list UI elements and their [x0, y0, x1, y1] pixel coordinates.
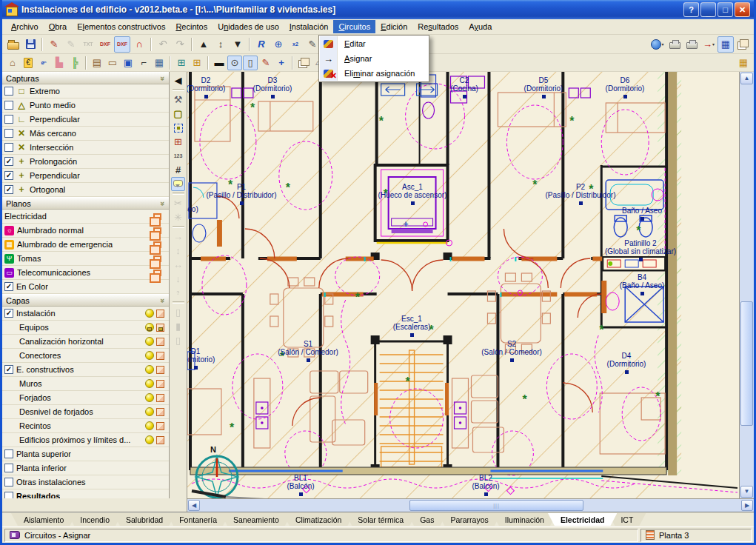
export-button[interactable]: →▾ [700, 36, 717, 53]
undo-button[interactable]: ↶ [155, 36, 171, 53]
visibility-icon[interactable] [145, 337, 154, 346]
draw-rectangle-button[interactable]: ▢ [171, 107, 185, 121]
checkbox[interactable] [4, 464, 13, 472]
planos-header[interactable]: Planos » [2, 197, 169, 210]
checkbox[interactable] [4, 129, 13, 138]
visibility-icon[interactable] [145, 393, 154, 402]
web-services-button[interactable]: ▾ [649, 36, 666, 53]
menuitem-eliminar-asignacion[interactable]: ✕Eliminar asignación [320, 66, 428, 81]
3d-icon[interactable] [156, 338, 164, 346]
capa-muros[interactable]: Muros [2, 377, 169, 391]
capa-equipos[interactable]: Equipos [2, 321, 169, 335]
en-color-row[interactable]: ✓En Color [2, 280, 169, 294]
checkbox[interactable]: ✓ [4, 157, 13, 166]
layers-icon[interactable] [153, 255, 161, 262]
tab-solar-termica[interactable]: Solar térmica [345, 513, 416, 526]
capa-edificios-proximos-y-limites-d[interactable]: Edificios próximos y límites d... [2, 433, 169, 447]
3d-icon[interactable] [156, 352, 164, 360]
capas-header[interactable]: Capas » [2, 294, 169, 307]
checkbox[interactable] [4, 115, 13, 124]
visibility-icon[interactable] [145, 407, 154, 416]
dropdown-arrow-icon[interactable]: ▾ [712, 41, 715, 47]
snap-magnet-button[interactable]: ∩ [131, 36, 147, 53]
configure-toolbars-button[interactable]: ▦ [717, 36, 734, 53]
capturas-header[interactable]: Capturas » [2, 72, 169, 84]
forjado-edge-button[interactable]: ⌐ [136, 56, 151, 70]
capa-instalacion[interactable]: ✓Instalación [2, 307, 169, 321]
capa-forjados[interactable]: Forjados [2, 391, 169, 405]
select-capture-button[interactable] [171, 121, 185, 135]
checkbox[interactable] [4, 449, 13, 458]
3d-icon[interactable] [156, 436, 164, 444]
scroll-right-button[interactable]: ▶ [741, 500, 753, 511]
menu-instalacion[interactable]: Instalación [284, 20, 334, 33]
tab-climatizacion[interactable]: Climatización [283, 513, 354, 526]
capture-ortogonal[interactable]: ✓+Ortogonal [2, 183, 169, 197]
3d-icon[interactable] [156, 366, 164, 374]
titlebar[interactable]: Instalaciones del edificio - v2012.beta.… [2, 0, 754, 19]
capture-perpendicular[interactable]: ∟Perpendicular [2, 113, 169, 127]
canvas-hscrollbar[interactable]: ◀ ||| ▶ [187, 498, 754, 512]
menu-unidades-de-uso[interactable]: Unidades de uso [213, 20, 284, 33]
capture-interseccion[interactable]: ✕Intersección [2, 141, 169, 155]
redraw-button[interactable]: R [253, 36, 270, 53]
capture-settings-button[interactable]: ▦ [736, 56, 751, 70]
vscroll-thumb[interactable] [740, 301, 753, 426]
minimize-button[interactable]: _ [700, 2, 716, 17]
checkbox[interactable]: ✓ [4, 282, 13, 291]
close-button[interactable]: ✕ [735, 2, 750, 17]
capa-planta-inferior[interactable]: Planta inferior [2, 461, 169, 475]
capture-extremo[interactable]: □Extremo [2, 84, 169, 98]
zoom-x2-button[interactable]: x2 [287, 36, 304, 53]
forjado-levels-button[interactable]: ▙ [52, 56, 67, 70]
checkbox[interactable] [4, 143, 13, 152]
tab-saneamiento[interactable]: Saneamiento [221, 513, 292, 526]
capture-mas-cercano[interactable]: ✕Más cercano [2, 127, 169, 141]
diameters-button[interactable]: øⁿ [36, 56, 51, 70]
capa-planta-superior[interactable]: Planta superior [2, 447, 169, 461]
collapse-capas-icon[interactable]: » [158, 298, 167, 302]
open-button[interactable] [5, 36, 21, 53]
costs-button[interactable]: € [21, 56, 36, 70]
mechanisms-button[interactable]: ⊙ [227, 56, 242, 70]
join-element-button[interactable]: ✳ [171, 210, 185, 224]
resources-alt-button[interactable]: ✎ [63, 36, 79, 53]
checkbox[interactable] [4, 87, 13, 96]
zoom-window-button[interactable]: ⊕ [270, 36, 287, 53]
checkbox[interactable] [4, 478, 13, 487]
tab-aislamiento[interactable]: Aislamiento [11, 513, 76, 526]
menuitem-asignar[interactable]: →Asignar [320, 51, 428, 66]
tab-electricidad[interactable]: Electricidad [548, 513, 618, 526]
copy-button[interactable] [296, 56, 311, 70]
scroll-view-2-button[interactable]: ▮ [171, 319, 185, 333]
menu-resultados[interactable]: Resultados [412, 20, 464, 33]
move-down-button[interactable]: ↓ [171, 272, 185, 286]
3d-icon[interactable] [156, 408, 164, 416]
plano-electricidad[interactable]: Electricidad [2, 210, 169, 224]
menu-ayuda[interactable]: Ayuda [464, 20, 497, 33]
redo-button[interactable]: ↷ [172, 36, 188, 53]
status-floor[interactable]: Planta 3 [640, 529, 752, 542]
checkbox[interactable]: ✓ [4, 365, 13, 374]
scroll-down-button[interactable]: ▼ [740, 486, 753, 498]
walls-button[interactable]: ▤ [90, 56, 104, 70]
collapse-capturas-icon[interactable]: » [158, 76, 167, 80]
maximize-button[interactable]: □ [717, 2, 733, 17]
layers-icon[interactable] [153, 270, 161, 276]
tab-salubridad[interactable]: Salubridad [113, 513, 175, 526]
3d-icon[interactable] [156, 394, 164, 402]
windows-button[interactable]: ▣ [121, 56, 136, 70]
visibility-icon[interactable] [145, 421, 154, 430]
help-button[interactable]: ? [683, 2, 699, 17]
furniture-button[interactable]: ▭ [105, 56, 120, 70]
3d-icon[interactable] [156, 310, 164, 318]
visibility-icon[interactable] [145, 435, 154, 444]
canvas-vscrollbar[interactable]: ▲ ▼ [739, 72, 754, 498]
visibility-icon[interactable] [145, 379, 154, 388]
tab-fontaneria[interactable]: Fontanería [167, 513, 230, 526]
visibility-icon[interactable] [145, 309, 154, 318]
comments-button[interactable] [171, 177, 185, 191]
capa-conectores[interactable]: Conectores [2, 349, 169, 363]
3d-icon[interactable] [156, 380, 164, 388]
layers-icon[interactable] [153, 213, 161, 220]
